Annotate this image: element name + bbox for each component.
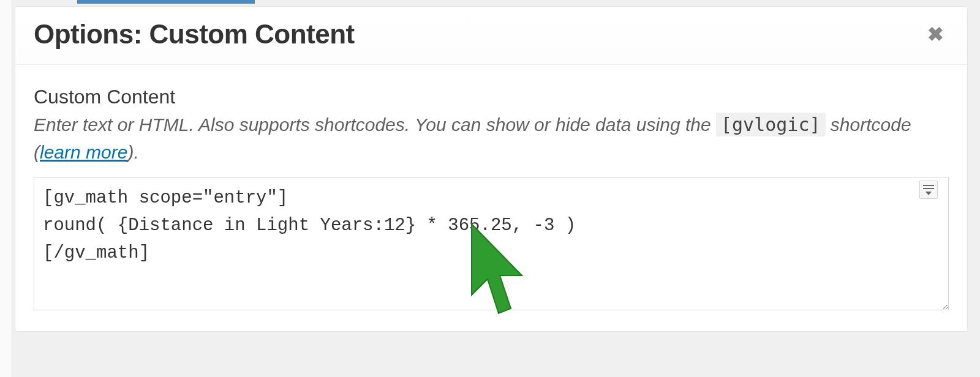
help-text-before: Enter text or HTML. Also supports shortc… <box>34 114 716 135</box>
options-dialog: Options: Custom Content ✖ Custom Content… <box>15 6 968 332</box>
close-icon[interactable]: ✖ <box>922 22 949 47</box>
chevron-down-icon <box>925 192 932 195</box>
dialog-header: Options: Custom Content ✖ <box>15 7 967 65</box>
field-help-text: Enter text or HTML. Also supports shortc… <box>34 111 949 166</box>
editor-toggle-button[interactable] <box>919 181 938 199</box>
field-label: Custom Content <box>34 86 949 108</box>
textarea-wrap <box>34 177 949 313</box>
editor-toggle-bar-icon <box>923 185 934 186</box>
background-sidebar-sliver <box>0 0 12 377</box>
dialog-title: Options: Custom Content <box>34 19 355 50</box>
editor-toggle-bar-icon <box>923 188 934 189</box>
learn-more-link[interactable]: learn more <box>40 142 127 162</box>
custom-content-textarea[interactable] <box>34 177 949 310</box>
background-tab-accent <box>77 0 255 4</box>
gvlogic-code-chip: [gvlogic] <box>716 113 826 136</box>
help-text-after: ). <box>127 142 138 162</box>
dialog-body: Custom Content Enter text or HTML. Also … <box>15 65 967 331</box>
